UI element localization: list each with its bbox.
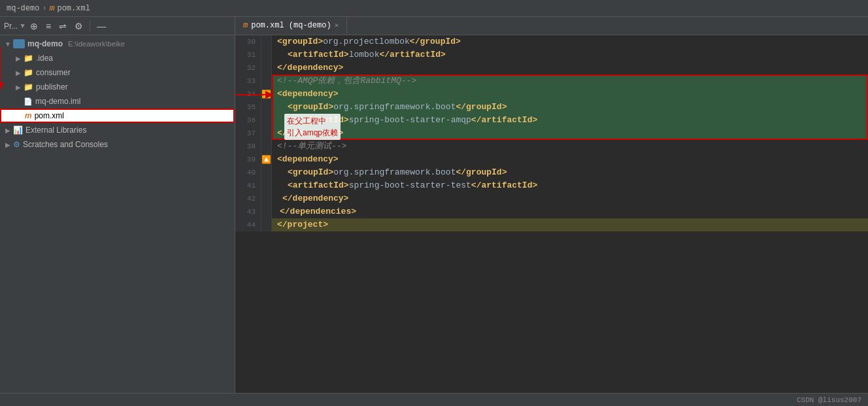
code-line-39: <dependency> [272, 153, 868, 166]
tree-item-mq-demo-iml[interactable]: 📄 mq-demo.iml [0, 94, 235, 109]
expand-icon-consumer: ▶ [13, 69, 24, 76]
tree-item-consumer[interactable]: ▶ 📁 consumer [0, 65, 235, 80]
tree-label-publisher: publisher [36, 82, 68, 92]
marker-35 [261, 101, 271, 114]
line-num-44: 44 [241, 218, 256, 231]
toolbar-separator [90, 21, 90, 31]
tag-close-30: </groupId> [410, 35, 461, 48]
marker-31 [261, 48, 271, 61]
code-line-34: <dependency> [272, 88, 868, 101]
folder-icon-idea: 📁 [24, 54, 33, 63]
code-content: <groupId>org.projectlombok</groupId> <ar… [272, 35, 868, 231]
line-num-40: 40 [241, 166, 256, 179]
line-num-30: 30 [241, 35, 256, 48]
tag-31: <artifactId> [288, 50, 349, 59]
module-icon [13, 39, 25, 48]
expand-icon-scratches: ▶ [3, 141, 13, 148]
tree-label-consumer: consumer [36, 68, 71, 77]
tab-label: pom.xml (mq-demo) [251, 21, 331, 30]
tree-label-idea: .idea [36, 54, 53, 63]
tree-item-publisher[interactable]: ▶ 📁 publisher [0, 80, 235, 94]
tag-34: <dependency> [277, 88, 339, 101]
tree-item-scratches[interactable]: ▶ ⚙ Scratches and Consoles [0, 137, 235, 152]
tag-close-36: </artifactId> [471, 115, 537, 125]
sidebar: Pr... ▼ ⊕ ≡ ⇌ ⚙ — ▼ mq-demo E:\ideawork\… [0, 17, 235, 393]
editor-area: m pom.xml (mq-demo) ✕ 30 31 32 33 34 35 [235, 17, 868, 393]
tag-42: </dependency> [282, 194, 348, 203]
code-line-31: <artifactId>lombok</artifactId> [272, 48, 868, 61]
dropdown-icon[interactable]: ▼ [20, 22, 25, 30]
text-31: lombok [349, 50, 380, 59]
marker-43 [261, 205, 271, 218]
line-num-31: 31 [241, 48, 256, 61]
tree-path: E:\ideawork\beike [68, 40, 125, 48]
text-41: spring-boot-starter-test [349, 180, 471, 190]
line-num-38: 38 [241, 140, 256, 153]
line-markers: 🔼 🔼 [261, 35, 272, 231]
tag-41: <artifactId> [288, 180, 349, 190]
tag-close-35: </groupId> [456, 102, 507, 112]
tree-item-mq-demo[interactable]: ▼ mq-demo E:\ideawork\beike [0, 37, 235, 51]
tag-32: </dependency> [277, 63, 343, 73]
marker-39: 🔼 [261, 153, 271, 166]
code-line-35: <groupId>org.springframework.boot</group… [272, 101, 868, 114]
tree-label-mq-demo: mq-demo [27, 39, 63, 48]
line-num-37: 37 [241, 127, 256, 140]
code-line-42: </dependency> [272, 192, 868, 205]
sidebar-toolbar: Pr... ▼ ⊕ ≡ ⇌ ⚙ — [0, 17, 235, 35]
comment-38: <!--单元测试--> [277, 140, 347, 153]
marker-32 [261, 61, 271, 75]
tag-close-40: </groupId> [456, 167, 507, 177]
tag-43: </dependencies> [280, 207, 356, 216]
code-line-41: <artifactId>spring-boot-starter-test</ar… [272, 179, 868, 192]
close-panel-button[interactable]: — [94, 20, 108, 33]
expand-icon-idea: ▶ [13, 55, 24, 62]
footer: CSDN @lisus2007 [0, 393, 868, 406]
line-num-39: 39 [241, 153, 256, 166]
folder-icon-consumer: 📁 [24, 68, 33, 77]
sort-button[interactable]: ⇌ [56, 20, 69, 33]
expand-icon-publisher: ▶ [13, 84, 24, 91]
line-num-33: 33 [241, 75, 256, 88]
tag-37: </dependency> [277, 127, 343, 140]
code-line-32: </dependency> [272, 61, 868, 75]
tag-39: <dependency> [277, 153, 339, 166]
title-filename: pom.xml [57, 4, 90, 13]
code-line-37: </dependency> [272, 127, 868, 140]
add-button[interactable]: ⊕ [27, 20, 41, 33]
editor-wrapper: 30 31 32 33 34 35 36 37 38 39 40 41 42 4… [235, 35, 868, 393]
file-tree: ▼ mq-demo E:\ideawork\beike ▶ 📁 .idea ▶ … [0, 35, 235, 393]
marker-42 [261, 192, 271, 205]
ext-libs-icon: 📊 [13, 126, 23, 135]
tree-label-iml: mq-demo.iml [35, 97, 80, 106]
tab-icon: m [243, 21, 248, 30]
tree-item-pom-xml[interactable]: m pom.xml [0, 109, 235, 123]
marker-38 [261, 140, 271, 153]
editor-content[interactable]: 30 31 32 33 34 35 36 37 38 39 40 41 42 4… [235, 35, 868, 231]
text-30: org.projectlombok [323, 35, 410, 48]
code-line-30: <groupId>org.projectlombok</groupId> [272, 35, 868, 48]
breadcrumb-sep: › [42, 4, 46, 13]
line-numbers: 30 31 32 33 34 35 36 37 38 39 40 41 42 4… [235, 35, 261, 231]
comment-33: <!--AMQP依赖，包含RabbitMQ--> [277, 75, 416, 88]
line-num-43: 43 [241, 205, 256, 218]
layout-button[interactable]: ≡ [43, 20, 54, 33]
settings-button[interactable]: ⚙ [72, 20, 86, 33]
tag-close-31: </artifactId> [379, 50, 445, 59]
file-icon-title: m [50, 3, 55, 13]
tab-bar: m pom.xml (mq-demo) ✕ [235, 17, 868, 35]
marker-30 [261, 35, 271, 48]
text-36: spring-boot-starter-amqp [349, 115, 471, 125]
marker-40 [261, 166, 271, 179]
code-line-40: <groupId>org.springframework.boot</group… [272, 166, 868, 179]
tree-label-ext-libs: External Libraries [25, 126, 86, 135]
tab-close-button[interactable]: ✕ [335, 21, 339, 29]
scratches-icon: ⚙ [13, 140, 20, 149]
expand-icon-ext: ▶ [3, 127, 13, 134]
tag-35: <groupId> [288, 102, 333, 112]
marker-36 [261, 114, 271, 127]
iml-icon: 📄 [24, 97, 33, 106]
tree-item-ext-libs[interactable]: ▶ 📊 External Libraries [0, 123, 235, 137]
tree-item-idea[interactable]: ▶ 📁 .idea [0, 51, 235, 65]
tab-pom-xml[interactable]: m pom.xml (mq-demo) ✕ [235, 17, 347, 35]
